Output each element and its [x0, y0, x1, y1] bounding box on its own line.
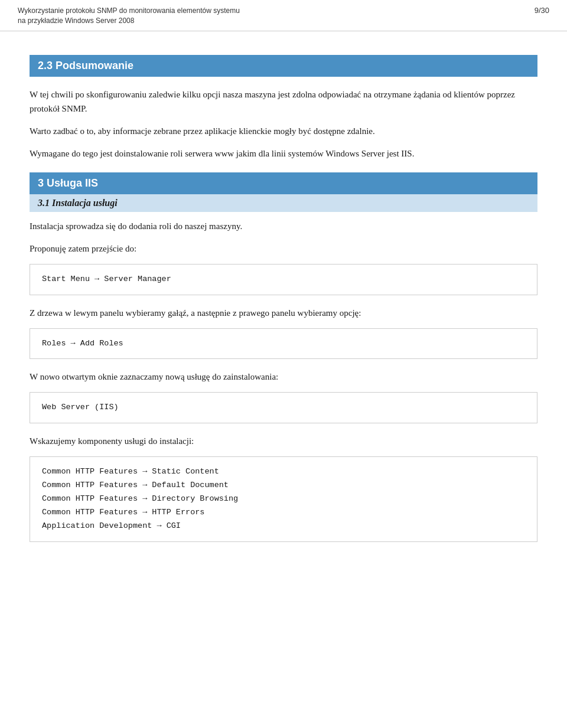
- header-title: Wykorzystanie protokołu SNMP do monitoro…: [18, 6, 240, 26]
- code-block-3: Web Server (IIS): [30, 392, 537, 423]
- code-block-2: Roles → Add Roles: [30, 328, 537, 360]
- header-page: 9/30: [535, 6, 549, 15]
- section-2-3-heading: 2.3 Podsumowanie: [30, 55, 537, 77]
- section-3-heading: 3 Usługa IIS: [30, 172, 537, 194]
- code-text-1: Start Menu → Server Manager: [42, 275, 171, 283]
- subsection-3-1-heading: 3.1 Instalacja usługi: [30, 194, 537, 212]
- code-text-3: Web Server (IIS): [42, 403, 119, 412]
- page-container: Wykorzystanie protokołu SNMP do monitoro…: [0, 0, 567, 728]
- paragraph-2-3-3: Wymagane do tego jest doinstalowanie rol…: [30, 146, 537, 161]
- header-title-line2: na przykładzie Windows Server 2008: [18, 17, 134, 25]
- paragraph-3-1-4: W nowo otwartym oknie zaznaczamy nową us…: [30, 370, 537, 384]
- paragraph-2-3-1: W tej chwili po skonfigurowaniu zaledwie…: [30, 87, 537, 116]
- code-block-4: Common HTTP Features → Static Content Co…: [30, 456, 537, 542]
- paragraph-3-1-5: Wskazujemy komponenty usługi do instalac…: [30, 434, 537, 448]
- code-line-3: Common HTTP Features → Directory Browsin…: [42, 492, 525, 506]
- code-line-5: Application Development → CGI: [42, 520, 525, 533]
- paragraph-3-1-1: Instalacja sprowadza się do dodania roli…: [30, 219, 537, 233]
- paragraph-2-3-2: Warto zadbać o to, aby informacje zebran…: [30, 124, 537, 138]
- section-2-3-body: W tej chwili po skonfigurowaniu zaledwie…: [30, 87, 537, 161]
- code-text-2: Roles → Add Roles: [42, 339, 123, 348]
- header-title-line1: Wykorzystanie protokołu SNMP do monitoro…: [18, 6, 240, 15]
- code-line-1: Common HTTP Features → Static Content: [42, 465, 525, 479]
- code-block-1: Start Menu → Server Manager: [30, 264, 537, 295]
- page-header: Wykorzystanie protokołu SNMP do monitoro…: [0, 0, 567, 31]
- content-area: 2.3 Podsumowanie W tej chwili po skonfig…: [0, 31, 567, 571]
- code-line-4: Common HTTP Features → HTTP Errors: [42, 506, 525, 520]
- paragraph-3-1-3: Z drzewa w lewym panelu wybieramy gałąź,…: [30, 306, 537, 320]
- paragraph-3-1-2: Proponuję zatem przejście do:: [30, 241, 537, 256]
- code-line-2: Common HTTP Features → Default Document: [42, 479, 525, 492]
